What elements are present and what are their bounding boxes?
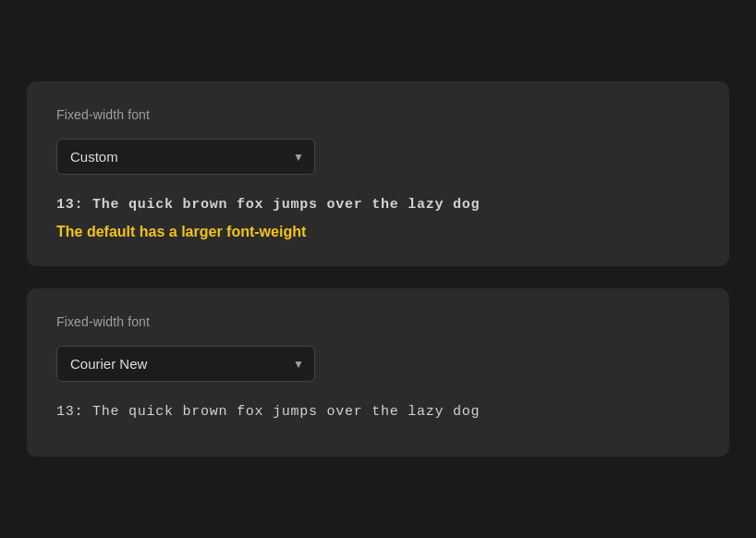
card1-label: Fixed-width font	[56, 107, 700, 122]
card2-preview-text: 13: The quick brown fox jumps over the l…	[56, 404, 700, 420]
font-card-1: Fixed-width font Custom Courier New Mono…	[27, 81, 729, 266]
card2-font-select[interactable]: Courier New Custom Monospace Consolas	[56, 346, 315, 382]
card1-preview-text: 13: The quick brown fox jumps over the l…	[56, 197, 700, 213]
card1-warning-text: The default has a larger font-weight	[56, 224, 700, 240]
card2-label: Fixed-width font	[56, 314, 700, 329]
card1-font-select[interactable]: Custom Courier New Monospace Consolas	[56, 139, 315, 175]
card2-select-wrapper: Courier New Custom Monospace Consolas ▼	[56, 346, 315, 382]
card1-select-wrapper: Custom Courier New Monospace Consolas ▼	[56, 139, 315, 175]
font-card-2: Fixed-width font Courier New Custom Mono…	[27, 288, 729, 457]
